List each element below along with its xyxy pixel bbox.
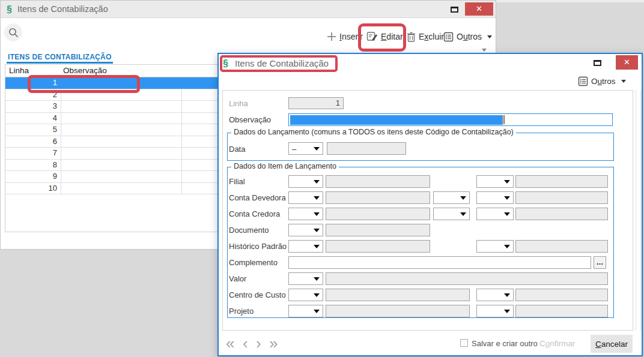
cell-linha[interactable]: 5	[5, 124, 61, 136]
cell-observacao[interactable]	[61, 148, 182, 159]
maximize-icon[interactable]	[594, 60, 601, 66]
cell-linha[interactable]: 1	[5, 77, 61, 89]
grid-scroll-caret-icon[interactable]	[482, 49, 487, 52]
conta-credora-combo-2[interactable]	[476, 208, 514, 220]
projeto-field	[326, 305, 470, 317]
filial-label: Filial	[229, 177, 245, 186]
filial-combo[interactable]	[288, 175, 323, 188]
dropdown-arrow-icon	[314, 196, 320, 200]
conta-credora-combo-mid[interactable]	[433, 208, 470, 220]
linha-label: Linha	[229, 99, 248, 108]
nav-prev-button[interactable]: ‹	[243, 336, 248, 350]
data-combo[interactable]: –	[288, 142, 323, 155]
cell-linha[interactable]: 8	[5, 160, 61, 171]
outros-button[interactable]: Outros	[578, 74, 626, 88]
conta-devedora-combo[interactable]	[288, 191, 323, 204]
dropdown-arrow-icon	[314, 293, 320, 297]
editar-button[interactable]: Editar	[366, 29, 403, 44]
nav-last-button[interactable]: »	[269, 336, 278, 350]
cell-linha[interactable]: 7	[5, 148, 61, 159]
text-cursor	[503, 115, 505, 124]
conta-devedora-combo-mid[interactable]	[433, 191, 470, 204]
column-header-observacao[interactable]: Observação	[63, 66, 107, 75]
cell-observacao[interactable]	[61, 171, 182, 182]
cell-observacao[interactable]	[61, 101, 182, 112]
filial-field-2	[515, 175, 608, 188]
complemento-lookup-button[interactable]: …	[594, 256, 606, 269]
background-window-title: Itens de Contabilização	[17, 4, 108, 14]
chevron-down-icon	[487, 35, 492, 38]
tab-itens-de-contabilizacao[interactable]: ITENS DE CONTABILIZAÇÃO	[8, 53, 112, 61]
cell-observacao[interactable]	[61, 160, 182, 171]
column-header-linha[interactable]: Linha	[9, 66, 29, 75]
group-dados-lancamento-title: Dados do Lançamento (comuns a TODOS os i…	[231, 128, 516, 136]
complemento-label: Complemento	[229, 258, 278, 267]
valor-field	[326, 272, 608, 285]
cell-linha[interactable]: 4	[5, 113, 61, 124]
excluir-button[interactable]: Excluir	[407, 29, 444, 44]
centro-custo-label: Centro de Custo	[229, 290, 286, 299]
conta-devedora-field-2	[515, 191, 608, 204]
nav-next-button[interactable]: ›	[256, 336, 261, 350]
cell-linha[interactable]: 10	[5, 183, 61, 194]
valor-combo[interactable]	[288, 272, 323, 285]
app-logo-icon: §	[223, 59, 228, 68]
edit-icon	[366, 31, 378, 42]
dropdown-arrow-icon	[504, 310, 510, 313]
observacao-field[interactable]	[288, 113, 613, 126]
historico-padrao-combo[interactable]	[288, 240, 323, 253]
conta-credora-combo[interactable]	[288, 208, 323, 220]
close-button[interactable]: ✕	[465, 2, 493, 16]
chevron-down-icon	[621, 80, 626, 83]
cell-observacao[interactable]	[61, 77, 182, 89]
documento-combo[interactable]	[288, 224, 323, 236]
scrollbar-track-line	[640, 90, 641, 331]
trash-icon	[407, 32, 416, 42]
cell-observacao[interactable]	[61, 89, 182, 101]
dropdown-arrow-icon	[314, 245, 320, 248]
conta-devedora-field	[326, 191, 430, 204]
cell-linha[interactable]: 2	[5, 89, 61, 101]
outros-button[interactable]: Outros	[443, 29, 492, 44]
search-button[interactable]	[4, 23, 22, 41]
centro-custo-combo[interactable]	[288, 289, 323, 301]
conta-credora-field-2	[515, 208, 608, 220]
nav-first-button[interactable]: «	[226, 336, 234, 350]
scrollbar-track-line	[636, 90, 636, 331]
cancelar-button[interactable]: Cancelar	[591, 335, 633, 353]
cell-linha[interactable]: 3	[5, 101, 61, 112]
centro-custo-combo-2[interactable]	[476, 289, 514, 301]
text-selection	[290, 115, 503, 125]
list-icon	[578, 76, 588, 86]
cell-linha[interactable]: 6	[5, 136, 61, 148]
inserir-button[interactable]: Inserir	[327, 29, 363, 44]
outros-label: Outros	[591, 77, 616, 86]
close-button[interactable]: ✕	[616, 55, 638, 70]
cell-observacao[interactable]	[61, 183, 182, 194]
cell-observacao[interactable]	[61, 124, 182, 136]
data-label: Data	[229, 145, 245, 154]
dropdown-arrow-icon	[314, 212, 320, 216]
cell-observacao[interactable]	[61, 136, 182, 148]
data-field	[327, 142, 406, 155]
complemento-field[interactable]	[288, 256, 591, 269]
conta-devedora-label: Conta Devedora	[229, 193, 286, 202]
projeto-combo[interactable]	[288, 305, 323, 317]
conta-devedora-combo-2[interactable]	[476, 191, 514, 204]
observacao-label: Observação	[229, 115, 271, 124]
cell-observacao[interactable]	[61, 113, 182, 124]
edit-window-title: Itens de Contabilização	[235, 58, 329, 68]
centro-custo-field-2	[515, 289, 608, 301]
cell-linha[interactable]: 9	[5, 171, 61, 182]
maximize-icon[interactable]	[451, 7, 458, 13]
projeto-label: Projeto	[229, 307, 254, 316]
projeto-combo-2[interactable]	[476, 305, 514, 317]
cancelar-label: Cancelar	[595, 340, 628, 349]
dropdown-arrow-icon	[504, 245, 510, 248]
dropdown-arrow-icon	[504, 180, 510, 184]
historico-padrao-combo-2[interactable]	[476, 240, 514, 253]
dropdown-arrow-icon	[314, 147, 320, 151]
filial-combo-2[interactable]	[476, 175, 514, 188]
salvar-e-criar-outro-checkbox[interactable]	[460, 339, 468, 347]
tab-underline	[7, 62, 113, 64]
